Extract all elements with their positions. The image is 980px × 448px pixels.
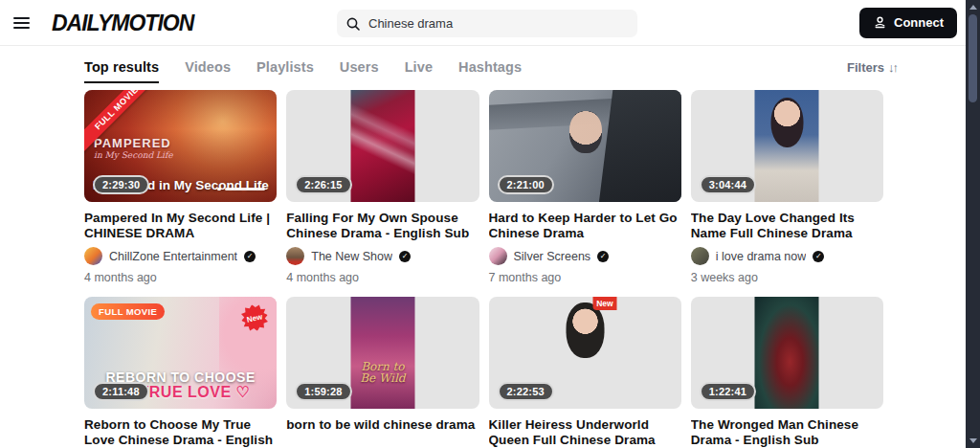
filters-label: Filters [847, 60, 884, 75]
channel-name[interactable]: Silver Screens [514, 250, 591, 263]
tab-live[interactable]: Live [405, 51, 433, 83]
tab-hashtags[interactable]: Hashtags [458, 51, 522, 83]
channel-row: ChillZone Entertainment ✓ [84, 247, 277, 265]
video-card: 1:22:41 The Wronged Man Chinese Drama - … [691, 297, 883, 448]
tab-users[interactable]: Users [340, 51, 379, 83]
channel-avatar[interactable] [691, 247, 709, 265]
video-thumbnail[interactable]: FULL MOVIE New REBORN TO CHOOSE MY TRUE … [84, 297, 277, 409]
sort-arrows-icon: ↓↑ [888, 60, 897, 75]
video-title[interactable]: Reborn to Choose My True Love Chinese Dr… [84, 417, 277, 448]
duration-badge: 2:11:48 [93, 382, 149, 401]
scrollbar-thumb[interactable] [969, 14, 977, 102]
search-icon [346, 17, 360, 31]
top-navigation-bar: DAILYMOTION Connect [0, 0, 980, 46]
tab-top-results[interactable]: Top results [84, 51, 159, 83]
full-movie-badge: FULL MOVIE [91, 303, 165, 320]
upload-age: 4 months ago [84, 271, 277, 284]
menu-icon[interactable] [13, 17, 30, 29]
thumbnail-art [755, 90, 819, 202]
video-title[interactable]: born to be wild chinese drama [286, 417, 479, 448]
verified-badge-icon: ✓ [399, 251, 411, 262]
channel-name[interactable]: ChillZone Entertainment [109, 250, 237, 263]
video-results-grid: FULL MOVIE PAMPERED in My Second Life Pa… [84, 90, 883, 448]
channel-avatar[interactable] [84, 247, 102, 265]
duration-badge: 1:59:28 [295, 382, 351, 401]
poster-text: Born to Be Wild [350, 361, 414, 384]
thumbnail-art [350, 90, 414, 202]
video-card: New Killer Heiress UNDERWORLD QUEEN 2:22… [489, 297, 681, 448]
channel-name[interactable]: The New Show [311, 250, 392, 263]
channel-name[interactable]: i love drama now [716, 250, 807, 263]
channel-row: Silver Screens ✓ [489, 247, 681, 265]
connect-label: Connect [894, 15, 944, 30]
video-thumbnail[interactable]: 1:22:41 [691, 297, 883, 409]
upload-age: 3 weeks ago [691, 271, 883, 284]
search-input[interactable] [368, 16, 628, 31]
scroll-down-icon[interactable] [969, 438, 977, 443]
video-card: 3:04:44 The Day Love Changed Its Name Fu… [691, 90, 883, 284]
search-results-tabs: Top results Videos Playlists Users Live … [0, 48, 980, 86]
poster-text: PAMPERED in My Second Life [94, 136, 173, 160]
scroll-up-icon[interactable] [969, 5, 977, 10]
video-thumbnail[interactable]: Born to Be Wild 1:59:28 [286, 297, 479, 409]
video-thumbnail[interactable]: New Killer Heiress UNDERWORLD QUEEN 2:22… [489, 297, 681, 409]
duration-badge: 3:04:44 [700, 175, 756, 194]
page-scrollbar[interactable] [966, 0, 980, 448]
thumbnail-art [489, 98, 624, 129]
channel-avatar[interactable] [286, 247, 304, 265]
filters-button[interactable]: Filters ↓↑ [847, 60, 897, 75]
channel-row: i love drama now ✓ [691, 247, 883, 265]
duration-badge: 2:21:00 [498, 175, 554, 194]
progress-bar [225, 188, 265, 190]
channel-avatar[interactable] [489, 247, 507, 265]
dailymotion-logo[interactable]: DAILYMOTION [52, 9, 193, 36]
user-icon [873, 15, 887, 30]
video-title[interactable]: Pampered In My Second Life | CHINESE DRA… [84, 211, 277, 241]
verified-badge-icon: ✓ [244, 251, 256, 262]
video-thumbnail[interactable]: 3:04:44 [691, 90, 883, 202]
video-card: 2:21:00 Hard to Keep Harder to Let Go Ch… [489, 90, 681, 284]
new-badge: New [592, 297, 616, 310]
video-title[interactable]: Hard to Keep Harder to Let Go Chinese Dr… [489, 211, 681, 241]
verified-badge-icon: ✓ [597, 251, 609, 262]
connect-button[interactable]: Connect [859, 8, 957, 38]
video-title[interactable]: The Wronged Man Chinese Drama - English … [691, 417, 883, 448]
verified-badge-icon: ✓ [813, 251, 824, 262]
video-title[interactable]: The Day Love Changed Its Name Full Chine… [691, 211, 883, 241]
duration-badge: 2:29:30 [93, 175, 149, 194]
video-thumbnail[interactable]: 2:21:00 [489, 90, 681, 202]
tab-videos[interactable]: Videos [185, 51, 231, 83]
video-thumbnail[interactable]: 2:26:15 [286, 90, 479, 202]
upload-age: 4 months ago [286, 271, 479, 284]
thumbnail-art [755, 297, 819, 409]
duration-badge: 2:26:15 [295, 175, 351, 194]
duration-badge: 1:22:41 [700, 382, 756, 401]
tab-playlists[interactable]: Playlists [256, 51, 314, 83]
thumbnail-art: Born to Be Wild [350, 297, 414, 409]
channel-row: The New Show ✓ [286, 247, 479, 265]
video-title[interactable]: Falling For My Own Spouse Chinese Drama … [286, 211, 479, 241]
video-card: FULL MOVIE PAMPERED in My Second Life Pa… [84, 90, 277, 284]
video-card: Born to Be Wild 1:59:28 born to be wild … [286, 297, 479, 448]
upload-age: 7 months ago [489, 271, 681, 284]
duration-badge: 2:22:53 [498, 382, 554, 401]
search-bar[interactable] [337, 10, 637, 37]
video-card: FULL MOVIE New REBORN TO CHOOSE MY TRUE … [84, 297, 277, 448]
video-title[interactable]: Killer Heiress Underworld Queen Full Chi… [489, 417, 681, 448]
video-thumbnail[interactable]: FULL MOVIE PAMPERED in My Second Life Pa… [84, 90, 277, 202]
video-card: 2:26:15 Falling For My Own Spouse Chines… [286, 90, 479, 284]
